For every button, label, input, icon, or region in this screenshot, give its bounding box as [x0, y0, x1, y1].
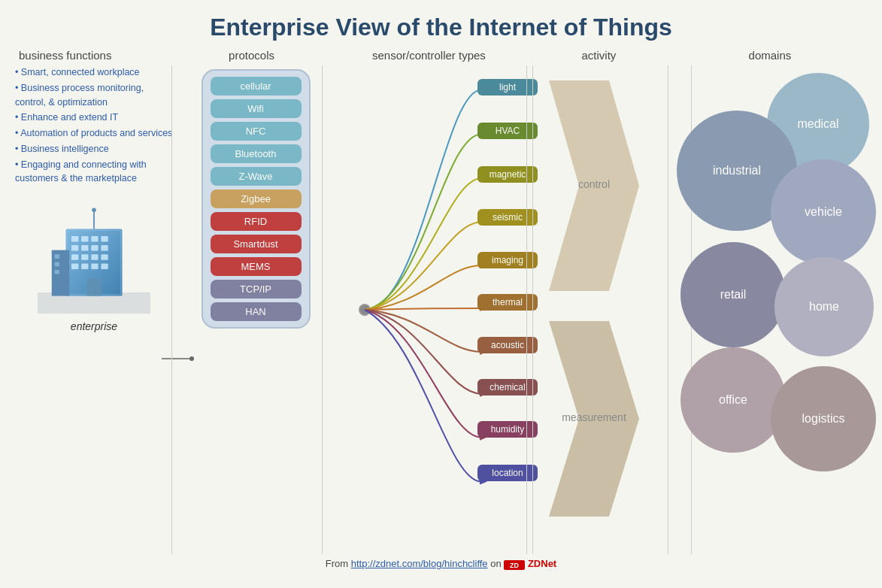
- measurement-label: measurement: [541, 411, 647, 423]
- col-header-protocols: protocols: [177, 49, 326, 62]
- col-header-sensors: sensor/controller types: [326, 49, 532, 62]
- protocol-item-bluetooth: Bluetooth: [211, 144, 302, 163]
- sensor-item-humidity: humidity: [477, 421, 538, 438]
- control-label: control: [541, 178, 647, 190]
- sensor-item-seismic: seismic: [477, 209, 538, 226]
- sensor-column: lightHVACmagneticseismicimagingthermalac…: [331, 65, 541, 554]
- business-list: Smart, connected workplaceBusiness proce…: [15, 65, 173, 186]
- protocols-box: cellularWifiNFCBluetoothZ-WaveZigbeeRFID…: [202, 69, 311, 329]
- protocol-item-smartdust: Smartdust: [211, 235, 302, 253]
- business-list-item: Business intelligence: [15, 142, 173, 156]
- svg-rect-20: [52, 250, 69, 296]
- svg-rect-13: [91, 254, 98, 260]
- protocols-column: cellularWifiNFCBluetoothZ-WaveZigbeeRFID…: [180, 65, 331, 554]
- business-list-item: Enhance and extend IT: [15, 111, 173, 125]
- svg-rect-7: [71, 245, 78, 251]
- svg-rect-18: [101, 263, 108, 269]
- sensor-item-acoustic: acoustic: [477, 337, 538, 353]
- svg-rect-10: [101, 245, 108, 251]
- svg-rect-3: [71, 236, 78, 242]
- svg-rect-9: [91, 245, 98, 251]
- enterprise-building: enterprise: [15, 201, 173, 332]
- enterprise-label: enterprise: [15, 320, 173, 332]
- sensor-item-light: light: [477, 79, 538, 95]
- svg-rect-15: [71, 263, 78, 269]
- sensor-item-thermal: thermal: [477, 294, 538, 311]
- svg-rect-19: [87, 278, 102, 296]
- svg-rect-6: [101, 236, 108, 242]
- sensor-item-magnetic: magnetic: [477, 166, 538, 183]
- svg-rect-21: [55, 254, 60, 259]
- main-title: Enterprise View of the Internet of Thing…: [0, 0, 882, 49]
- svg-rect-11: [71, 254, 78, 260]
- svg-rect-22: [55, 262, 60, 267]
- business-functions-column: Smart, connected workplaceBusiness proce…: [8, 65, 180, 554]
- protocol-item-zigbee: Zigbee: [211, 189, 302, 208]
- svg-rect-17: [91, 263, 98, 269]
- protocol-item-mems: MEMS: [211, 257, 302, 276]
- footer: From http://zdnet.com/blog/hinchcliffe o…: [0, 554, 882, 575]
- footer-link[interactable]: http://zdnet.com/blog/hinchcliffe: [351, 558, 488, 569]
- sensor-item-imaging: imaging: [477, 252, 538, 268]
- svg-rect-16: [81, 263, 88, 269]
- domain-home: home: [774, 257, 874, 356]
- svg-rect-12: [81, 254, 88, 260]
- business-list-item: Engaging and connecting with customers &…: [15, 158, 173, 186]
- zdnet-brand: ZD ZDNet: [504, 558, 556, 569]
- svg-text:ZD: ZD: [510, 562, 519, 569]
- protocol-item-cellular: cellular: [211, 77, 302, 95]
- svg-rect-14: [101, 254, 108, 260]
- col-header-domains: domains: [665, 49, 874, 62]
- svg-rect-5: [91, 236, 98, 242]
- activity-column: control measurement: [541, 65, 677, 554]
- col-header-business: business functions: [8, 49, 177, 62]
- svg-rect-23: [55, 270, 60, 274]
- svg-point-28: [359, 305, 370, 315]
- col-header-activity: activity: [532, 49, 665, 62]
- protocol-item-nfc: NFC: [211, 122, 302, 141]
- domain-logistics: logistics: [771, 366, 876, 471]
- svg-point-25: [92, 208, 96, 212]
- sensor-item-location: location: [477, 465, 538, 481]
- domain-vehicle: vehicle: [771, 159, 876, 265]
- sensor-item-chemical: chemical: [477, 379, 538, 396]
- protocol-item-rfid: RFID: [211, 212, 302, 231]
- business-list-item: Smart, connected workplace: [15, 65, 173, 80]
- domains-column: medicalindustrialvehicleretailhomeoffice…: [677, 65, 882, 554]
- domain-retail: retail: [680, 242, 786, 347]
- protocol-item-z-wave: Z-Wave: [211, 167, 302, 186]
- domain-office: office: [680, 347, 786, 453]
- business-list-item: Automation of products and services: [15, 126, 173, 141]
- sensor-item-HVAC: HVAC: [477, 123, 538, 139]
- protocol-item-han: HAN: [211, 302, 302, 321]
- protocol-item-wifi: Wifi: [211, 99, 302, 118]
- svg-rect-8: [81, 245, 88, 251]
- protocol-item-tcpip: TCP/IP: [211, 280, 302, 299]
- business-list-item: Business process monitoring, control, & …: [15, 81, 173, 110]
- svg-rect-4: [81, 236, 88, 242]
